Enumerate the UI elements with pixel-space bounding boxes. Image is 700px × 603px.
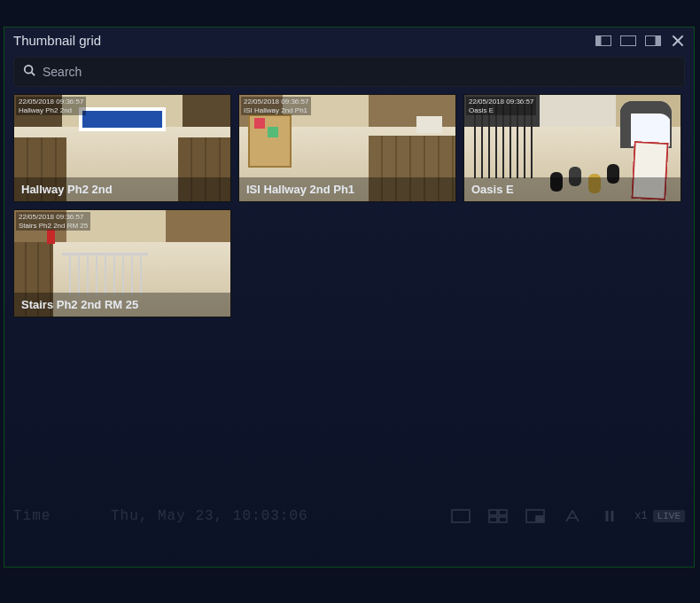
text-tool-icon[interactable] xyxy=(562,508,583,524)
playback-speed[interactable]: x1 xyxy=(634,510,647,522)
camera-label: Oasis E xyxy=(464,177,681,201)
camera-overlay-text: 22/05/2018 09:36:57 Hallway Ph2 2nd xyxy=(16,97,86,115)
svg-rect-2 xyxy=(621,35,636,45)
close-button[interactable] xyxy=(671,34,685,48)
thumbnail-grid-panel: Thumbnail grid 22/05/2018 09:36:57 Hallw… xyxy=(4,27,695,568)
camera-grid: 22/05/2018 09:36:57 Hallway Ph2 2nd Hall… xyxy=(4,87,694,325)
camera-tile[interactable]: 22/05/2018 09:36:57 Hallway Ph2 2nd Hall… xyxy=(13,94,231,202)
dock-full-button[interactable] xyxy=(619,35,637,47)
timeline-label: Time xyxy=(13,508,111,524)
pause-icon[interactable] xyxy=(599,508,620,524)
live-badge[interactable]: LIVE xyxy=(653,510,685,522)
layout-single-icon[interactable] xyxy=(450,508,471,524)
camera-overlay-text: 22/05/2018 09:36:57 Stairs Ph2 2nd RM 25 xyxy=(16,212,90,231)
camera-tile[interactable]: 22/05/2018 09:36:57 ISI Hallway 2nd Ph1 … xyxy=(238,94,456,202)
svg-rect-4 xyxy=(656,35,661,45)
svg-rect-1 xyxy=(596,35,602,45)
svg-rect-13 xyxy=(536,516,543,521)
titlebar: Thumbnail grid xyxy=(4,27,694,57)
layout-grid-icon[interactable] xyxy=(487,508,509,524)
camera-label: ISI Hallway 2nd Ph1 xyxy=(239,177,455,201)
timeline-bar: Time Thu, May 23, 10:03:06 x1 LIVE xyxy=(13,505,685,528)
timeline-timestamp: Thu, May 23, 10:03:06 xyxy=(111,508,308,524)
camera-label: Hallway Ph2 2nd xyxy=(14,177,230,201)
camera-label: Stairs Ph2 2nd RM 25 xyxy=(14,293,230,317)
camera-tile[interactable]: 22/05/2018 09:36:57 Oasis E Oasis E xyxy=(463,94,681,202)
svg-rect-11 xyxy=(499,517,507,522)
search-icon xyxy=(23,64,43,80)
camera-tile[interactable]: 22/05/2018 09:36:57 Stairs Ph2 2nd RM 25… xyxy=(13,209,231,317)
layout-pip-icon[interactable] xyxy=(525,508,546,524)
search-bar[interactable] xyxy=(13,57,685,87)
dock-right-button[interactable] xyxy=(644,35,662,47)
svg-point-5 xyxy=(25,66,33,74)
svg-rect-7 xyxy=(452,510,470,522)
svg-line-6 xyxy=(32,73,35,76)
dock-left-button[interactable] xyxy=(595,35,612,47)
svg-rect-9 xyxy=(499,510,507,515)
camera-overlay-text: 22/05/2018 09:36:57 ISI Hallway 2nd Ph1 xyxy=(241,97,311,115)
panel-title: Thumbnail grid xyxy=(13,33,101,48)
svg-rect-10 xyxy=(489,517,497,522)
search-input[interactable] xyxy=(43,65,675,79)
camera-overlay-text: 22/05/2018 09:36:57 Oasis E xyxy=(466,97,536,115)
svg-rect-8 xyxy=(489,510,497,515)
